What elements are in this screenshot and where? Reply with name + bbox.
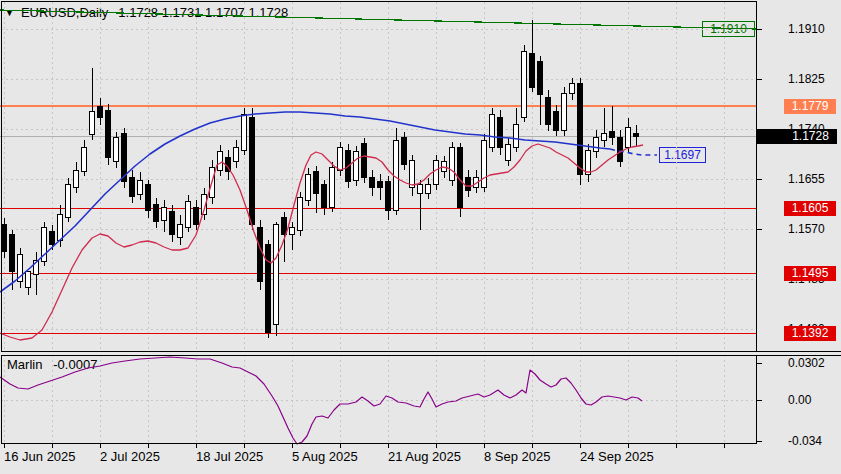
candle-body — [490, 115, 495, 147]
time-axis-label: 24 Sep 2025 — [580, 449, 654, 464]
candle-body — [338, 148, 343, 170]
candle-body — [442, 162, 447, 172]
price-badge: 1.1605 — [784, 201, 836, 216]
time-axis-label: 21 Aug 2025 — [388, 449, 461, 464]
candle-body — [578, 83, 583, 175]
price-badge: 1.1495 — [784, 266, 836, 281]
chart-canvas[interactable] — [0, 0, 841, 474]
candle-body — [586, 150, 591, 175]
candle-body — [162, 208, 167, 220]
indicator-value: -0.0007 — [53, 357, 97, 372]
price-axis-tick: 1.1910 — [788, 22, 825, 36]
candle-body — [2, 225, 7, 252]
candle-body — [186, 202, 191, 228]
candle-body — [634, 133, 639, 136]
candle-body — [298, 198, 303, 230]
candle-body — [106, 110, 111, 158]
candle-body — [138, 180, 143, 195]
candle-body — [258, 227, 263, 282]
candle-body — [450, 147, 455, 180]
candle-body — [394, 140, 399, 210]
candle-body — [234, 148, 239, 162]
indicator-name: Marlin — [7, 357, 42, 372]
indicator-name-label: Marlin -0.0007 — [7, 357, 97, 372]
candle-body — [386, 182, 391, 210]
time-axis-label: 8 Sep 2025 — [484, 449, 551, 464]
candle-body — [58, 215, 63, 240]
ma-blue-line-dashed — [610, 149, 657, 155]
chart-title-bar: ▼ EURUSD,Daily 1.1728 1.1731 1.1707 1.17… — [5, 5, 288, 20]
candle-body — [290, 228, 295, 235]
candle-body — [274, 225, 279, 324]
candle-body — [66, 185, 71, 218]
candle-body — [538, 62, 543, 95]
candle-body — [18, 255, 23, 282]
candle-body — [250, 118, 255, 225]
candle-body — [370, 177, 375, 187]
symbol-period-label: EURUSD,Daily — [21, 5, 108, 20]
candle-body — [90, 112, 95, 135]
candle-body — [562, 93, 567, 130]
candle-body — [210, 168, 215, 198]
candle-body — [434, 160, 439, 185]
candle-body — [202, 195, 207, 215]
price-badge: 1.1779 — [784, 99, 836, 114]
indicator-pane-frame — [1, 355, 756, 443]
candle-body — [114, 138, 119, 162]
candle-body — [426, 185, 431, 193]
candle-body — [10, 235, 15, 272]
candle-body — [362, 143, 367, 177]
candle-body — [378, 182, 383, 188]
candle-body — [218, 152, 223, 170]
trendline-price-label[interactable]: 1.1910 — [702, 21, 755, 37]
candle-body — [194, 208, 199, 225]
candle-body — [98, 106, 103, 118]
chart-window: ▼ EURUSD,Daily 1.1728 1.1731 1.1707 1.17… — [0, 0, 841, 474]
time-axis-label: 16 Jun 2025 — [4, 449, 76, 464]
candle-body — [322, 185, 327, 207]
candle-body — [82, 148, 87, 172]
candle-body — [346, 150, 351, 182]
ohlc-values-label: 1.1728 1.1731 1.1707 1.1728 — [118, 5, 288, 20]
price-badge: 1.1728 — [757, 129, 837, 144]
main-pane-frame — [1, 1, 756, 351]
candle-body — [330, 168, 335, 207]
candle-body — [42, 228, 47, 262]
ma-blue-line — [0, 112, 610, 292]
price-axis-tick: 1.1570 — [788, 222, 825, 236]
candle-body — [522, 52, 527, 118]
ma-red-line — [0, 144, 643, 340]
indicator-axis-tick: 0.0302 — [788, 356, 825, 370]
candle-body — [34, 260, 39, 275]
candle-body — [514, 125, 519, 148]
time-axis-label: 5 Aug 2025 — [292, 449, 358, 464]
pane-divider[interactable] — [0, 350, 756, 356]
candle-body — [458, 148, 463, 207]
candle-body — [282, 218, 287, 235]
candle-body — [474, 177, 479, 187]
candle-body — [402, 138, 407, 165]
price-axis-tick: 1.1655 — [788, 172, 825, 186]
candle-body — [26, 272, 31, 288]
symbol-dropdown-icon[interactable]: ▼ — [5, 8, 14, 18]
candle-body — [546, 97, 551, 125]
candle-body — [482, 140, 487, 187]
candle-body — [466, 177, 471, 190]
price-axis-tick: 1.1825 — [788, 72, 825, 86]
candle-body — [130, 178, 135, 196]
candle-body — [602, 133, 607, 140]
time-axis-label: 2 Jul 2025 — [100, 449, 160, 464]
indicator-axis-tick: 0.00 — [788, 393, 811, 407]
candle-body — [498, 117, 503, 148]
candle-body — [226, 158, 231, 172]
candle-body — [74, 170, 79, 188]
ma-end-price-label[interactable]: 1.1697 — [659, 147, 706, 163]
candle-body — [242, 115, 247, 150]
candle-body — [618, 137, 623, 162]
candle-body — [570, 83, 575, 93]
candle-body — [594, 138, 599, 152]
candle-body — [266, 245, 271, 333]
candle-body — [418, 185, 423, 193]
candle-body — [170, 212, 175, 235]
candle-body — [410, 160, 415, 187]
